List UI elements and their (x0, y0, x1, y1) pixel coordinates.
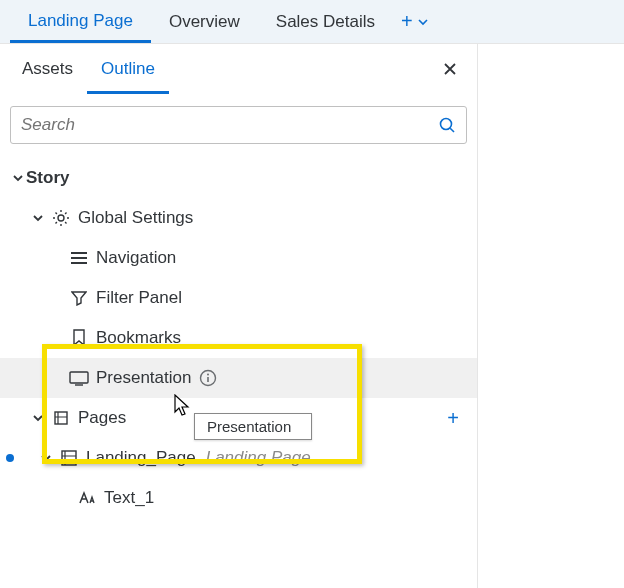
outline-tree: Story Global Settings Navigation Fi (0, 158, 477, 518)
tree-item-bookmarks[interactable]: Bookmarks (0, 318, 477, 358)
chevron-down-icon[interactable] (10, 172, 26, 184)
chevron-down-icon[interactable] (30, 412, 46, 424)
page-icon (58, 449, 80, 467)
plus-icon: + (401, 10, 413, 33)
tree-label: Pages (78, 408, 126, 428)
tab-label: Landing Page (28, 11, 133, 31)
search-input[interactable] (21, 115, 438, 135)
svg-point-1 (58, 215, 64, 221)
tree-label: Landing_Page (86, 448, 196, 468)
bookmark-icon (68, 329, 90, 347)
tree-label: Bookmarks (96, 328, 181, 348)
chevron-down-icon[interactable] (38, 452, 54, 464)
tab-overview[interactable]: Overview (151, 0, 258, 43)
filter-icon (68, 290, 90, 306)
svg-point-0 (441, 119, 452, 130)
tree-label: Text_1 (104, 488, 154, 508)
add-button[interactable]: + (447, 407, 459, 430)
chevron-down-icon[interactable] (30, 212, 46, 224)
active-indicator-dot (6, 454, 14, 462)
tab-label: Assets (22, 59, 73, 79)
top-tabs-bar: Landing Page Overview Sales Details + (0, 0, 624, 44)
add-page-button[interactable]: + (393, 10, 437, 33)
svg-point-4 (207, 374, 209, 376)
close-panel-button[interactable] (443, 62, 457, 76)
menu-icon (68, 251, 90, 265)
info-icon[interactable] (199, 369, 217, 387)
gear-icon (50, 209, 72, 227)
tab-outline[interactable]: Outline (87, 44, 169, 94)
tooltip-text: Presentation (207, 418, 291, 435)
tree-hint: Landing Page (206, 448, 311, 468)
tree-item-story[interactable]: Story (0, 158, 477, 198)
tab-landing-page[interactable]: Landing Page (10, 0, 151, 43)
tooltip: Presentation (194, 413, 312, 440)
presentation-icon (68, 370, 90, 386)
main-area: Assets Outline Story Global Set (0, 44, 624, 588)
tree-label: Navigation (96, 248, 176, 268)
tab-assets[interactable]: Assets (8, 44, 87, 94)
tree-item-filter-panel[interactable]: Filter Panel (0, 278, 477, 318)
search-container (0, 94, 477, 158)
tab-sales-details[interactable]: Sales Details (258, 0, 393, 43)
text-icon (76, 491, 98, 505)
search-icon (438, 116, 456, 134)
tree-item-global-settings[interactable]: Global Settings (0, 198, 477, 238)
pages-icon (50, 409, 72, 427)
outline-panel: Assets Outline Story Global Set (0, 44, 478, 588)
tree-item-presentation[interactable]: Presentation (0, 358, 477, 398)
tree-item-landing-page[interactable]: Landing_Page Landing Page (0, 438, 477, 478)
tree-label: Story (26, 168, 69, 188)
svg-rect-6 (62, 451, 76, 465)
chevron-down-icon (417, 16, 429, 28)
tree-label: Filter Panel (96, 288, 182, 308)
search-box[interactable] (10, 106, 467, 144)
svg-rect-5 (55, 412, 67, 424)
tab-label: Sales Details (276, 12, 375, 32)
tree-item-text-1[interactable]: Text_1 (0, 478, 477, 518)
tree-label: Global Settings (78, 208, 193, 228)
tab-label: Overview (169, 12, 240, 32)
svg-rect-2 (70, 372, 88, 383)
close-icon (443, 62, 457, 76)
tab-label: Outline (101, 59, 155, 79)
tree-label: Presentation (96, 368, 191, 388)
panel-tabs: Assets Outline (0, 44, 477, 94)
tree-item-navigation[interactable]: Navigation (0, 238, 477, 278)
